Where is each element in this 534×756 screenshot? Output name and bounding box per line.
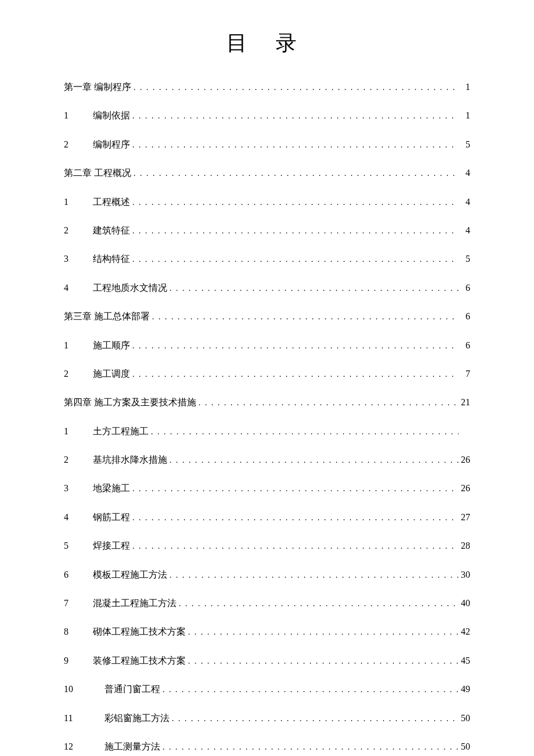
toc-page-number: 50 <box>459 712 470 725</box>
toc-entry-label: 结构特征 <box>93 253 130 265</box>
toc-entry-label: 第二章 工程概况 <box>64 167 131 179</box>
toc-dots <box>130 541 459 552</box>
toc-entry-number: 3 <box>64 253 93 265</box>
toc-entry-label: 基坑排水降水措施 <box>93 453 167 466</box>
toc-entry: 1编制依据1 <box>64 109 470 122</box>
toc-entry-number: 10 <box>64 683 104 696</box>
toc-dots <box>130 225 459 237</box>
toc-entry-number: 5 <box>64 539 93 552</box>
toc-entry-number: 12 <box>64 740 104 753</box>
toc-entry-number: 8 <box>64 625 93 638</box>
toc-entry-number: 9 <box>64 654 93 667</box>
toc-page-number: 21 <box>459 396 470 409</box>
toc-entry: 1工程概述4 <box>64 196 470 208</box>
toc-page-number: 4 <box>459 196 470 208</box>
toc-entry-number: 2 <box>64 453 93 466</box>
toc-entry-number: 1 <box>64 339 93 352</box>
toc-entry-number: 2 <box>64 368 93 380</box>
toc-page-number: 4 <box>459 224 470 237</box>
toc-dots <box>130 197 459 208</box>
toc-dots <box>167 283 459 294</box>
toc-dots <box>131 82 459 93</box>
toc-entry-label: 模板工程施工方法 <box>93 568 167 581</box>
toc-dots <box>160 684 459 696</box>
toc-dots <box>130 512 459 524</box>
toc-dots <box>150 311 459 323</box>
toc-entry-number: 2 <box>64 224 93 237</box>
toc-entry-label: 焊接工程 <box>93 539 130 552</box>
toc-entry: 第三章 施工总体部署6 <box>64 310 470 323</box>
toc-page-number: 6 <box>459 282 470 294</box>
toc-dots <box>130 254 459 265</box>
toc-dots <box>186 627 459 638</box>
toc-page-number: 5 <box>459 253 470 265</box>
toc-entry: 5焊接工程28 <box>64 539 470 552</box>
document-page: 目 录 第一章 编制程序11编制依据12编制程序5第二章 工程概况41工程概述4… <box>0 29 534 756</box>
toc-page-number: 27 <box>459 511 470 524</box>
toc-page-number: 4 <box>459 167 470 179</box>
toc-entry-number: 1 <box>64 109 93 122</box>
toc-entry: 9装修工程施工技术方案45 <box>64 654 470 667</box>
toc-entry: 4钢筋工程27 <box>64 511 470 524</box>
toc-dots <box>130 340 459 352</box>
toc-page-number: 28 <box>459 539 470 552</box>
toc-dots <box>130 483 459 495</box>
toc-entry-label: 钢筋工程 <box>93 511 130 524</box>
toc-dots <box>186 656 459 667</box>
toc-entry: 3结构特征5 <box>64 253 470 265</box>
toc-dots <box>131 168 459 179</box>
toc-page-number: 42 <box>459 625 470 638</box>
toc-dots <box>130 369 459 380</box>
toc-entry: 2施工调度7 <box>64 368 470 380</box>
toc-dots <box>167 455 459 466</box>
toc-entry-label: 工程概述 <box>93 196 130 208</box>
toc-page-number: 7 <box>459 368 470 380</box>
toc-dots <box>169 713 459 725</box>
toc-entry-label: 普通门窗工程 <box>104 683 160 696</box>
toc-entry-number: 7 <box>64 597 93 610</box>
toc-entry: 7混凝土工程施工方法40 <box>64 597 470 610</box>
toc-dots <box>130 110 459 122</box>
toc-dots <box>176 598 459 610</box>
toc-entry-label: 第三章 施工总体部署 <box>64 310 150 323</box>
toc-entry: 第二章 工程概况4 <box>64 167 470 179</box>
toc-entry: 3地梁施工26 <box>64 482 470 495</box>
toc-entry-label: 编制程序 <box>93 138 130 151</box>
toc-entry-label: 彩铝窗施工方法 <box>104 712 169 725</box>
toc-entry-label: 第一章 编制程序 <box>64 81 131 93</box>
toc-entry: 第四章 施工方案及主要技术措施21 <box>64 396 470 409</box>
toc-page-number: 26 <box>459 453 470 466</box>
toc-page-number: 6 <box>459 310 470 323</box>
toc-dots <box>196 397 459 409</box>
toc-dots <box>167 570 459 581</box>
toc-entry-label: 砌体工程施工技术方案 <box>93 625 186 638</box>
toc-entry: 11彩铝窗施工方法50 <box>64 712 470 725</box>
toc-entry: 10普通门窗工程49 <box>64 683 470 696</box>
toc-entry: 第一章 编制程序1 <box>64 81 470 93</box>
toc-entry: 6模板工程施工方法30 <box>64 568 470 581</box>
toc-page-number: 1 <box>459 109 470 122</box>
toc-entry-label: 土方工程施工 <box>93 425 149 438</box>
toc-entry-label: 地梁施工 <box>93 482 130 495</box>
toc-entry-label: 施工测量方法 <box>104 740 160 753</box>
toc-entry-label: 混凝土工程施工方法 <box>93 597 176 610</box>
toc-page-number: 50 <box>459 740 470 753</box>
toc-dots <box>130 139 459 151</box>
toc-page-number: 6 <box>459 339 470 352</box>
toc-page-number: 5 <box>459 138 470 151</box>
toc-entry: 2建筑特征4 <box>64 224 470 237</box>
toc-page-number: 49 <box>459 683 470 696</box>
toc-dots <box>149 426 459 438</box>
toc-entry: 2基坑排水降水措施26 <box>64 453 470 466</box>
toc-entry-label: 工程地质水文情况 <box>93 282 167 294</box>
toc-entry-label: 施工顺序 <box>93 339 130 352</box>
toc-entry-number: 4 <box>64 511 93 524</box>
toc-entry-number: 6 <box>64 568 93 581</box>
toc-page-number: 30 <box>459 568 470 581</box>
toc-entry-number: 2 <box>64 138 93 151</box>
toc-entry-label: 建筑特征 <box>93 224 130 237</box>
toc-title: 目 录 <box>64 29 470 57</box>
toc-entry: 4工程地质水文情况6 <box>64 282 470 294</box>
toc-entry-number: 4 <box>64 282 93 294</box>
toc-entry: 1土方工程施工 <box>64 425 470 438</box>
